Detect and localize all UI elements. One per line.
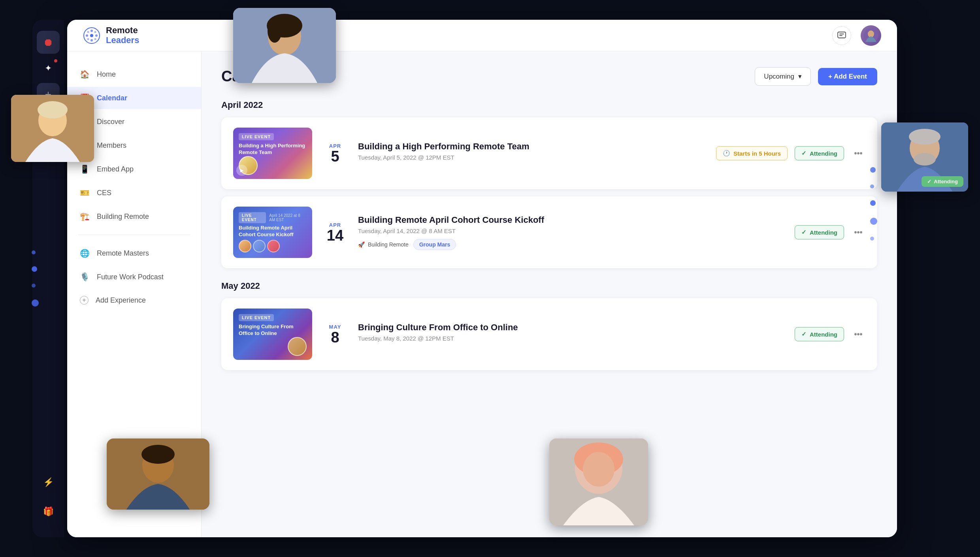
add-event-label: + Add Event (828, 73, 867, 81)
decorative-dots-left (32, 250, 39, 307)
messages-button[interactable] (832, 26, 851, 45)
more-menu-3[interactable]: ••• (851, 327, 865, 341)
event-datetime-3: Tuesday, May 8, 2022 @ 12PM EST (358, 335, 784, 342)
check-icon-1: ✓ (801, 150, 807, 157)
may-label: May 2022 (221, 281, 877, 291)
sidebar-label-remote-masters: Remote Masters (97, 249, 149, 258)
sidebar-label-discover: Discover (97, 118, 124, 126)
event-day-3: 8 (323, 330, 347, 345)
sidebar-item-ces[interactable]: 🎫 CES (67, 182, 201, 204)
svg-point-22 (86, 34, 88, 37)
svg-rect-28 (838, 32, 846, 38)
sidebar-label-home: Home (97, 70, 116, 79)
event-date-2: APR 14 (323, 222, 347, 243)
left-icon-bottom-group: ⚡ 🎁 (37, 471, 60, 526)
event-title-3: Bringing Culture From Office to Online (358, 322, 784, 333)
left-icon-gift[interactable]: 🎁 (37, 500, 60, 523)
attending-badge-2[interactable]: ✓ Attending (795, 225, 844, 239)
april-label: April 2022 (221, 100, 877, 110)
event-day-1: 5 (323, 149, 347, 164)
top-bar: Remote Leaders (67, 20, 897, 51)
event-actions-3: ✓ Attending ••• (795, 327, 865, 341)
more-dots-icon-1: ••• (854, 149, 862, 158)
left-icon-record[interactable]: ⏺ (37, 31, 60, 54)
more-menu-1[interactable]: ••• (851, 146, 865, 160)
user-avatar[interactable] (861, 25, 881, 46)
event-actions-2: ✓ Attending ••• (795, 225, 865, 239)
add-event-button[interactable]: + Add Event (818, 68, 877, 85)
event-tags-2: 🚀 Building Remote Group Mars (358, 239, 784, 250)
sidebar-divider (78, 235, 190, 235)
group-mars-tag: Group Mars (413, 239, 456, 250)
more-menu-2[interactable]: ••• (851, 225, 865, 239)
floating-video-top (233, 8, 336, 83)
left-icon-app[interactable]: ✦ (37, 57, 60, 80)
svg-point-12 (914, 153, 936, 166)
thumb-play-btn-1[interactable]: ▶ (236, 165, 247, 176)
event-actions-1: 🕐 Starts in 5 Hours ✓ Attending ••• (716, 146, 865, 160)
sidebar-item-building-remote[interactable]: 🏗️ Building Remote (67, 205, 201, 228)
home-icon: 🏠 (80, 70, 90, 79)
sidebar-label-members: Members (97, 141, 126, 150)
sidebar-item-add-experience[interactable]: + Add Experience (67, 290, 201, 311)
svg-point-25 (94, 31, 96, 33)
svg-point-3 (268, 19, 282, 43)
event-date-1: APR 5 (323, 143, 347, 164)
sidebar-label-future-work: Future Work Podcast (97, 273, 164, 281)
building-remote-tag: 🚀 Building Remote (358, 241, 409, 248)
sidebar-label-ces: CES (97, 189, 111, 197)
svg-point-23 (95, 34, 98, 37)
attending-badge-3[interactable]: ✓ Attending (795, 327, 844, 341)
sidebar-label-calendar: Calendar (97, 94, 127, 102)
more-dots-icon-2: ••• (854, 228, 862, 237)
thumb-title-3: Bringing Culture From Office to Online (239, 324, 307, 337)
event-date-mini: April 14 2022 at 8 AM EST (269, 213, 307, 222)
event-card-3: LIVE EVENT Bringing Culture From Office … (221, 298, 877, 370)
attending-overlay-right: ✓Attending (922, 176, 963, 187)
logo-icon (83, 27, 100, 44)
event-thumbnail-1: LIVE EVENT Building a High Performing Re… (233, 128, 312, 179)
event-thumbnail-3: LIVE EVENT Bringing Culture From Office … (233, 309, 312, 360)
sidebar-label-add-experience: Add Experience (96, 296, 146, 305)
mic-icon: 🎙️ (80, 272, 90, 282)
svg-point-13 (909, 129, 940, 145)
event-info-1: Building a High Performing Remote Team T… (358, 141, 705, 166)
attending-label-3: Attending (810, 331, 837, 338)
sidebar-item-future-work[interactable]: 🎙️ Future Work Podcast (67, 266, 201, 288)
month-section-april: April 2022 LIVE EVENT Building a High Pe… (221, 100, 877, 268)
thumb-avatar-sm-1 (239, 240, 251, 252)
top-bar-actions (832, 25, 881, 46)
left-icon-lightning[interactable]: ⚡ (37, 471, 60, 494)
live-badge-2: LIVE EVENT (239, 212, 266, 223)
building-remote-label: Building Remote (368, 241, 409, 248)
sidebar-item-remote-masters[interactable]: 🌐 Remote Masters (67, 242, 201, 264)
sidebar-item-home[interactable]: 🏠 Home (67, 63, 201, 85)
ces-icon: 🎫 (80, 188, 90, 198)
event-card-1: LIVE EVENT Building a High Performing Re… (221, 117, 877, 189)
live-badge-1: LIVE EVENT (239, 133, 274, 140)
clock-icon: 🕐 (723, 150, 730, 157)
attending-badge-1[interactable]: ✓ Attending (795, 146, 844, 160)
svg-point-17 (583, 452, 614, 487)
starts-in-badge: 🕐 Starts in 5 Hours (716, 146, 788, 160)
logo-text: Remote Leaders (106, 26, 139, 45)
thumb-avatar-sm-3 (267, 240, 280, 252)
attending-label-2: Attending (810, 229, 837, 236)
thumb-avatar-sm-2 (253, 240, 266, 252)
sidebar-label-building: Building Remote (97, 213, 149, 221)
sidebar-label-embed: Embed App (97, 165, 134, 173)
svg-point-26 (87, 38, 89, 40)
filter-dropdown[interactable]: Upcoming ▾ (755, 67, 811, 86)
event-thumbnail-2: LIVE EVENT April 14 2022 at 8 AM EST Bui… (233, 207, 312, 258)
live-badge-3: LIVE EVENT (239, 314, 274, 321)
event-date-3: MAY 8 (323, 324, 347, 345)
floating-video-left (11, 95, 94, 162)
rocket-icon: 🚀 (358, 241, 365, 248)
chevron-down-icon: ▾ (798, 72, 802, 81)
svg-point-24 (87, 31, 89, 33)
add-icon: + (80, 296, 89, 305)
svg-point-19 (90, 34, 93, 37)
svg-point-21 (90, 39, 93, 41)
logo-area: Remote Leaders (83, 26, 217, 45)
floating-video-right: ✓Attending (881, 122, 968, 192)
